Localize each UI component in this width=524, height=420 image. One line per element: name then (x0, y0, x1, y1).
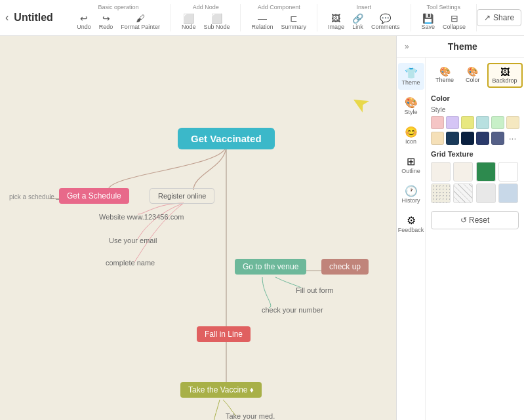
relation-button[interactable]: —Relation (249, 12, 275, 31)
side-icon-feedback[interactable]: ⚙ Feedback (398, 210, 424, 237)
share-button[interactable]: ↗ Share (477, 9, 521, 26)
format-painter-button[interactable]: 🖌Format Painter (118, 12, 163, 31)
toolbar-group-add-node: Add Node ⬜Node ⬜Sub Node (171, 4, 241, 31)
color-swatch-slate[interactable] (491, 132, 504, 145)
panel-content: 🎨 Theme 🎨 Color 🖼 Backdrop Color Sty (426, 58, 524, 420)
node-complete-name[interactable]: complete name (102, 258, 159, 268)
tab-color[interactable]: 🎨 Color (461, 63, 485, 88)
tab-theme-label: Theme (435, 77, 454, 83)
color-swatch-cream[interactable] (506, 116, 519, 129)
sub-node-button[interactable]: ⬜Sub Node (201, 12, 232, 31)
toolbar-items-addnode: ⬜Node ⬜Sub Node (179, 12, 233, 31)
node-register-online[interactable]: Register online (150, 188, 214, 204)
link-button[interactable]: 🔗Link (350, 12, 366, 31)
toolbar-items-tools: 💾Save ⊟Collapse (419, 12, 469, 31)
node-go-venue[interactable]: Go to the venue (235, 259, 306, 275)
toolbar-right: ↗ Share 📤 Export (477, 9, 524, 26)
node-check-number[interactable]: check your number (258, 305, 327, 315)
outline-icon: ⊞ (407, 155, 415, 168)
color-swatch-peach[interactable] (431, 132, 444, 145)
side-icon-outline[interactable]: ⊞ Outline (398, 151, 424, 178)
color-swatch-pink[interactable] (431, 116, 444, 129)
style-label: Style (431, 106, 445, 113)
color-swatch-green-light[interactable] (491, 116, 504, 129)
tab-color-label: Color (466, 77, 480, 83)
right-panel: » Theme 👕 Theme 🎨 Style 😊 Icon (396, 36, 524, 420)
style-row: Style (431, 106, 519, 113)
tab-backdrop[interactable]: 🖼 Backdrop (487, 63, 523, 88)
grid-texture-label: Grid Texture (431, 150, 519, 158)
color-section-label: Color (431, 94, 519, 102)
theme-icon-label: Theme (401, 79, 420, 86)
redo-button[interactable]: ↪Redo (96, 12, 116, 31)
summary-button[interactable]: ⊏Summary (278, 12, 309, 31)
side-icon-history[interactable]: 🕐 History (398, 181, 424, 208)
node-checkup[interactable]: check up (321, 259, 369, 275)
theme-icon: 👕 (405, 67, 418, 79)
color-swatch-yellow[interactable] (461, 116, 474, 129)
toolbar-group-label-addcomp: Add Component (258, 4, 300, 10)
panel-body: 👕 Theme 🎨 Style 😊 Icon ⊞ Outline 🕐 (397, 58, 524, 420)
save-button[interactable]: 💾Save (419, 12, 438, 31)
texture-diagonal-lines[interactable] (453, 183, 473, 203)
texture-plain[interactable] (498, 162, 518, 181)
side-icons: 👕 Theme 🎨 Style 😊 Icon ⊞ Outline 🕐 (397, 58, 426, 420)
node-take-vaccine[interactable]: Take the Vaccine ♦ (180, 382, 262, 398)
comments-button[interactable]: 💬Comments (369, 12, 403, 31)
node-root[interactable]: Get Vaccinated (178, 128, 275, 149)
node-fall-in-line[interactable]: Fall in Line (197, 326, 251, 342)
color-swatch-navy-3[interactable] (476, 132, 489, 145)
node-pick-schedule[interactable]: pick a schedule (5, 192, 58, 202)
color-swatch-navy-1[interactable] (446, 132, 459, 145)
tab-backdrop-icon: 🖼 (500, 67, 510, 77)
color-more-button[interactable]: ··· (506, 132, 519, 145)
node-take-med[interactable]: Take your med. (222, 411, 279, 420)
texture-blue[interactable] (498, 183, 518, 203)
side-icon-style[interactable]: 🎨 Style (398, 92, 424, 119)
texture-light-dots[interactable] (431, 183, 451, 203)
node-website[interactable]: Website www.123456.com (95, 212, 188, 222)
node-fillout[interactable]: Fill out form (292, 285, 337, 296)
tab-theme-icon: 🎨 (439, 66, 451, 77)
node-email[interactable]: Use your email (105, 235, 161, 246)
history-icon-label: History (401, 197, 420, 204)
color-swatch-teal-light[interactable] (476, 116, 489, 129)
texture-cream[interactable] (431, 162, 451, 181)
toolbar-group-insert: Insert 🖼Image 🔗Link 💬Comments (317, 4, 411, 31)
color-swatch-navy-2[interactable] (461, 132, 474, 145)
color-swatches-row2: ··· (431, 132, 519, 145)
texture-green[interactable] (476, 162, 496, 181)
history-icon: 🕐 (405, 185, 418, 197)
toolbar-group-label-tools: Tool Settings (427, 4, 461, 10)
texture-dots[interactable] (453, 162, 473, 181)
toolbar-group-tool-settings: Tool Settings 💾Save ⊟Collapse (411, 4, 477, 31)
collapse-button[interactable]: ⊟Collapse (440, 12, 468, 31)
toolbar-items-addcomp: —Relation ⊏Summary (249, 12, 309, 31)
toolbar: Basic operation ↩Undo ↪Redo 🖌Format Pain… (66, 4, 477, 31)
toolbar-group-add-component: Add Component —Relation ⊏Summary (241, 4, 317, 31)
main-area: ➤ Get Vaccinated pick a schedule ——→ Get… (0, 36, 524, 420)
node-get-schedule[interactable]: Get a Schedule (59, 188, 129, 204)
document-title: Untitled (14, 12, 66, 24)
header: ‹ Untitled Basic operation ↩Undo ↪Redo 🖌… (0, 0, 524, 36)
icon-icon-label: Icon (405, 138, 416, 145)
node-button[interactable]: ⬜Node (179, 12, 199, 31)
panel-header: » Theme (397, 36, 524, 58)
image-button[interactable]: 🖼Image (325, 12, 347, 31)
panel-collapse-button[interactable]: » (405, 42, 409, 51)
toolbar-group-label-basic: Basic operation (98, 4, 139, 10)
undo-button[interactable]: ↩Undo (74, 12, 94, 31)
side-icon-theme[interactable]: 👕 Theme (398, 63, 424, 90)
color-swatch-purple[interactable] (446, 116, 459, 129)
style-icon-label: Style (404, 109, 417, 115)
side-icon-icon[interactable]: 😊 Icon (398, 122, 424, 149)
back-button[interactable]: ‹ (5, 12, 9, 24)
canvas[interactable]: ➤ Get Vaccinated pick a schedule ——→ Get… (0, 36, 396, 420)
color-swatches-row1 (431, 116, 519, 129)
toolbar-items-insert: 🖼Image 🔗Link 💬Comments (325, 12, 403, 31)
tab-theme[interactable]: 🎨 Theme (431, 63, 458, 88)
share-icon: ↗ (484, 13, 491, 22)
reset-button[interactable]: ↺ Reset (431, 211, 519, 229)
texture-gray[interactable] (476, 183, 496, 203)
share-label: Share (493, 13, 514, 22)
